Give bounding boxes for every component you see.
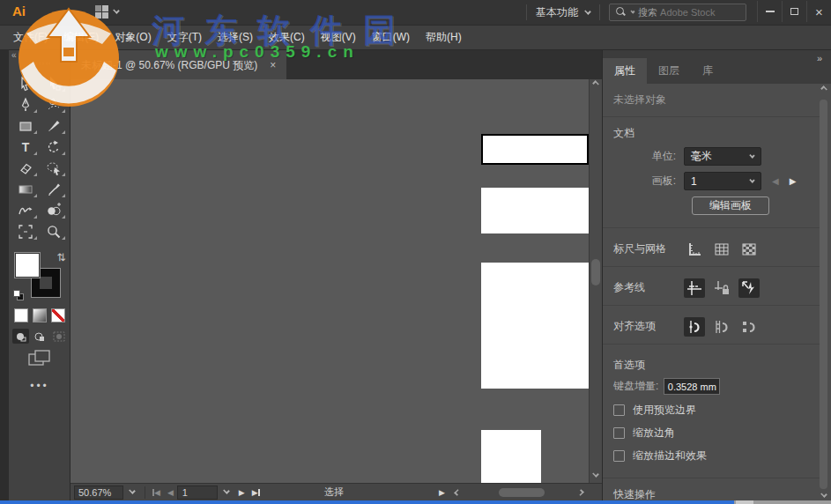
vertical-scroll-thumb[interactable] bbox=[591, 259, 600, 285]
tools-drag-handle[interactable] bbox=[29, 63, 50, 64]
snap-to-grid-icon[interactable] bbox=[711, 317, 732, 337]
default-fill-stroke-icon[interactable] bbox=[13, 290, 24, 300]
scroll-left-icon[interactable] bbox=[454, 489, 461, 496]
color-button[interactable] bbox=[14, 308, 28, 322]
previous-artboard-button[interactable]: ◀ bbox=[164, 488, 177, 497]
draw-inside-mode-icon[interactable] bbox=[51, 329, 68, 344]
direct-selection-tool[interactable] bbox=[40, 73, 68, 94]
panel-scroll-down-icon[interactable] bbox=[820, 491, 827, 498]
fill-swatch[interactable] bbox=[15, 253, 40, 278]
tab-properties[interactable]: 属性 bbox=[603, 58, 647, 84]
menu-help[interactable]: 帮助(H) bbox=[418, 26, 470, 49]
menu-effect[interactable]: 效果(C) bbox=[261, 26, 313, 49]
next-artboard-button[interactable]: ▶ bbox=[235, 488, 249, 497]
paintbrush-tool[interactable] bbox=[40, 115, 68, 137]
transparency-grid-icon[interactable] bbox=[738, 240, 760, 259]
zoom-dropdown-button[interactable] bbox=[123, 485, 141, 500]
shaper-tool[interactable] bbox=[11, 200, 40, 221]
lasso-tool[interactable] bbox=[40, 158, 68, 179]
menu-object[interactable]: 对象(O) bbox=[107, 26, 159, 49]
eraser-tool[interactable] bbox=[11, 158, 40, 179]
checkbox-icon[interactable] bbox=[613, 427, 625, 439]
status-menu-arrow-icon[interactable]: ▶ bbox=[439, 488, 445, 497]
tab-close-icon[interactable]: × bbox=[270, 59, 276, 71]
search-icon bbox=[615, 6, 627, 19]
smart-guides-icon[interactable] bbox=[738, 278, 760, 298]
lock-guides-icon[interactable] bbox=[711, 278, 732, 298]
tools-panel: « T ⇄ bbox=[9, 49, 70, 500]
guides-section: 参考线 bbox=[603, 271, 821, 306]
minimize-button[interactable] bbox=[757, 1, 782, 22]
zoom-level-field[interactable]: 50.67% bbox=[74, 485, 123, 500]
checkbox-icon[interactable] bbox=[613, 404, 625, 416]
panel-scroll-up-icon[interactable] bbox=[820, 85, 827, 93]
panel-scroll-thumb[interactable] bbox=[820, 100, 827, 489]
collapse-panel-icon[interactable]: » bbox=[817, 53, 822, 63]
draw-behind-mode-icon[interactable] bbox=[32, 329, 48, 344]
document-tab[interactable]: 未标题-1 @ 50.67% (RGB/GPU 预览) × bbox=[70, 50, 286, 80]
type-tool[interactable]: T bbox=[11, 137, 40, 158]
gradient-button[interactable] bbox=[33, 308, 47, 322]
workspace-switcher-button[interactable] bbox=[95, 5, 119, 19]
snap-to-pixel-icon[interactable] bbox=[738, 317, 760, 337]
canvas[interactable] bbox=[70, 79, 602, 483]
horizontal-scroll-thumb[interactable] bbox=[499, 488, 545, 497]
scroll-up-icon[interactable] bbox=[592, 80, 599, 87]
search-input[interactable]: 搜索 Adobe Stock bbox=[609, 4, 746, 21]
curvature-tool[interactable] bbox=[40, 94, 68, 115]
menu-view[interactable]: 视图(V) bbox=[313, 26, 364, 49]
first-artboard-button[interactable]: ◀ bbox=[149, 488, 164, 497]
panel-scrollbar[interactable] bbox=[819, 84, 829, 504]
status-text[interactable]: 选择 bbox=[324, 485, 344, 499]
horizontal-scrollbar[interactable] bbox=[451, 486, 587, 499]
artboard-number-field[interactable]: 1 bbox=[177, 485, 218, 500]
gradient-tool[interactable] bbox=[11, 179, 40, 200]
scale-strokes-effects-option[interactable]: 缩放描边和效果 bbox=[613, 448, 811, 463]
show-guides-icon[interactable] bbox=[684, 278, 705, 298]
screen-mode-icon[interactable] bbox=[9, 350, 70, 367]
selection-tool[interactable] bbox=[11, 73, 40, 94]
menu-select[interactable]: 选择(S) bbox=[210, 26, 261, 49]
eyedropper-tool[interactable] bbox=[40, 179, 68, 200]
swap-fill-stroke-icon[interactable]: ⇄ bbox=[56, 253, 68, 262]
last-artboard-button[interactable]: ▶ bbox=[249, 488, 263, 497]
artboard-tool[interactable] bbox=[11, 221, 40, 242]
artboard-dropdown-button[interactable] bbox=[218, 485, 235, 500]
workspace-grid-icon bbox=[95, 5, 108, 19]
edit-toolbar-icon[interactable]: ••• bbox=[9, 380, 70, 392]
menu-window[interactable]: 窗口(W) bbox=[364, 26, 418, 49]
tab-libraries[interactable]: 库 bbox=[691, 58, 724, 84]
rotate-tool[interactable] bbox=[40, 137, 68, 158]
scroll-right-icon[interactable] bbox=[577, 489, 584, 496]
show-rulers-icon[interactable] bbox=[684, 240, 705, 259]
collapse-tools-icon[interactable]: « bbox=[11, 50, 17, 60]
preview-bounds-option[interactable]: 使用预览边界 bbox=[613, 403, 811, 418]
previous-artboard-arrow[interactable]: ◀ bbox=[772, 176, 779, 186]
menu-edit[interactable]: 编辑(E) bbox=[56, 26, 107, 49]
menu-file[interactable]: 文件(F) bbox=[5, 26, 56, 49]
maximize-button[interactable] bbox=[782, 1, 806, 22]
rectangle-tool[interactable] bbox=[11, 115, 40, 137]
shape-builder-tool[interactable] bbox=[40, 200, 68, 221]
keyboard-increment-field[interactable]: 0.3528 mm bbox=[664, 378, 720, 395]
no-selection-label: 未选择对象 bbox=[613, 93, 811, 107]
zoom-tool[interactable] bbox=[40, 221, 68, 242]
draw-normal-mode-icon[interactable] bbox=[12, 329, 29, 344]
menu-type[interactable]: 文字(T) bbox=[160, 26, 210, 49]
scroll-down-icon[interactable] bbox=[592, 471, 599, 478]
next-artboard-arrow[interactable]: ▶ bbox=[790, 176, 797, 186]
edit-artboard-button[interactable]: 编辑画板 bbox=[692, 196, 769, 215]
artboard-select[interactable]: 1 bbox=[684, 172, 761, 190]
workspace-menu[interactable]: 基本功能 bbox=[536, 5, 590, 20]
pen-tool[interactable] bbox=[11, 94, 40, 115]
scale-corners-option[interactable]: 缩放边角 bbox=[613, 426, 811, 441]
tab-layers[interactable]: 图层 bbox=[647, 58, 691, 84]
close-button[interactable]: × bbox=[806, 1, 831, 22]
snap-to-point-icon[interactable] bbox=[684, 317, 705, 337]
unit-select[interactable]: 毫米 bbox=[684, 147, 761, 166]
close-icon: × bbox=[815, 5, 823, 19]
show-grid-icon[interactable] bbox=[711, 240, 732, 259]
vertical-scrollbar[interactable] bbox=[589, 79, 602, 483]
checkbox-icon[interactable] bbox=[613, 450, 625, 462]
none-button[interactable] bbox=[51, 308, 65, 322]
